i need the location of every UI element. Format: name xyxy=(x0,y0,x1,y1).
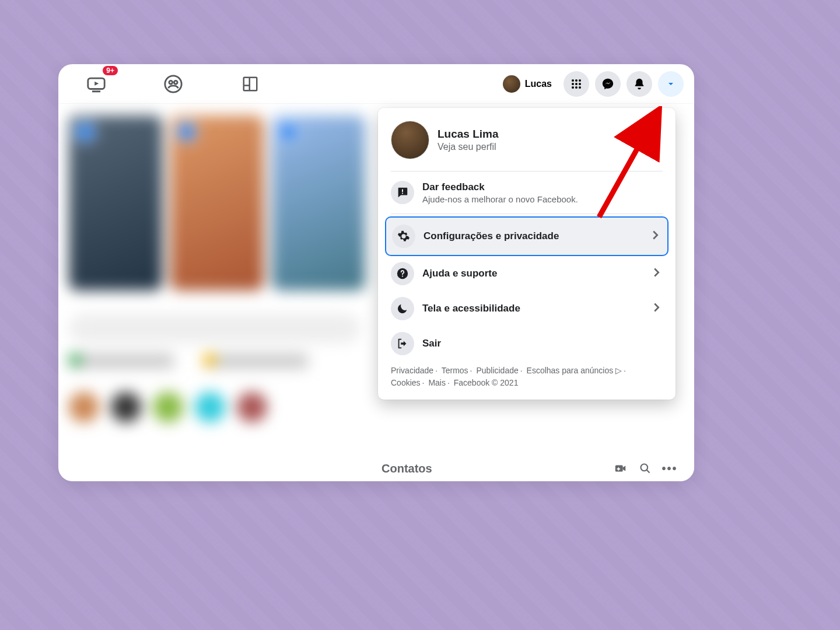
svg-point-3 xyxy=(165,75,181,92)
contacts-header: Contatos ••• xyxy=(376,456,694,481)
menu-button[interactable] xyxy=(564,71,589,97)
ellipsis-icon: ••• xyxy=(662,462,678,475)
watch-badge: 9+ xyxy=(103,66,118,75)
svg-point-9 xyxy=(579,79,581,82)
footer-cookies[interactable]: Cookies xyxy=(391,378,421,387)
nav-watch[interactable]: 9+ xyxy=(80,68,112,100)
dropdown-settings-privacy[interactable]: Configurações e privacidade xyxy=(386,218,667,255)
dropdown-profile-name: Lucas Lima xyxy=(438,128,499,141)
divider xyxy=(391,171,663,172)
svg-marker-1 xyxy=(94,81,99,85)
profile-chip-name: Lucas xyxy=(525,79,552,89)
footer-terms[interactable]: Termos xyxy=(442,366,468,375)
svg-point-14 xyxy=(575,86,578,89)
dropdown-footer: Privacidade· Termos· Publicidade· Escolh… xyxy=(383,361,671,395)
feedback-subtitle: Ajude-nos a melhorar o novo Facebook. xyxy=(422,194,663,204)
chevron-right-icon xyxy=(650,266,663,281)
svg-line-20 xyxy=(647,470,650,473)
search-contacts-button[interactable] xyxy=(638,461,652,475)
footer-ads[interactable]: Publicidade xyxy=(476,366,518,375)
avatar-large xyxy=(391,121,429,159)
menu-item-label: Sair xyxy=(422,338,663,349)
menu-item-label: Tela e acessibilidade xyxy=(422,303,642,314)
top-nav-bar: 9+ Lucas xyxy=(58,64,694,104)
grid-icon xyxy=(570,78,582,90)
svg-point-19 xyxy=(641,464,648,471)
top-nav-left: 9+ xyxy=(80,68,266,100)
feedback-title: Dar feedback xyxy=(422,181,663,193)
dropdown-profile-subtitle: Veja seu perfil xyxy=(438,142,499,152)
svg-point-12 xyxy=(579,83,581,85)
facebook-window: 9+ Lucas xyxy=(58,64,694,481)
avatar-small xyxy=(503,75,520,93)
dropdown-profile-link[interactable]: Lucas Lima Veja seu perfil xyxy=(383,115,671,167)
watch-icon xyxy=(86,74,106,94)
groups-icon xyxy=(163,74,183,94)
notifications-button[interactable] xyxy=(626,71,652,97)
svg-point-11 xyxy=(575,83,578,85)
contacts-options-button[interactable]: ••• xyxy=(663,461,677,475)
svg-point-13 xyxy=(572,86,574,89)
profile-chip[interactable]: Lucas xyxy=(501,73,558,95)
caret-down-icon xyxy=(666,79,676,89)
chevron-right-icon xyxy=(650,301,663,316)
account-dropdown-button[interactable] xyxy=(658,71,684,97)
footer-adchoices[interactable]: Escolhas para anúncios xyxy=(527,366,614,375)
nav-groups[interactable] xyxy=(158,68,189,100)
svg-point-4 xyxy=(169,80,173,84)
help-icon xyxy=(391,262,414,285)
account-dropdown: Lucas Lima Veja seu perfil Dar feedback … xyxy=(378,108,676,400)
top-nav-right: Lucas xyxy=(501,71,684,97)
feedback-icon xyxy=(391,181,414,204)
new-room-button[interactable] xyxy=(614,461,628,475)
dropdown-feedback[interactable]: Dar feedback Ajude-nos a melhorar o novo… xyxy=(383,175,671,210)
svg-rect-21 xyxy=(402,190,403,192)
bell-icon xyxy=(633,78,646,90)
svg-rect-22 xyxy=(402,192,403,194)
svg-point-15 xyxy=(579,86,581,89)
messenger-icon xyxy=(601,78,614,90)
adchoices-icon: ▷ xyxy=(615,366,622,375)
divider xyxy=(391,214,663,214)
gear-icon xyxy=(392,225,415,248)
logout-icon xyxy=(391,332,414,355)
messenger-button[interactable] xyxy=(595,71,621,97)
dropdown-help-support[interactable]: Ajuda e suporte xyxy=(383,256,671,291)
svg-rect-18 xyxy=(617,468,621,470)
svg-point-8 xyxy=(575,79,578,82)
menu-item-label: Ajuda e suporte xyxy=(422,268,642,279)
footer-more[interactable]: Mais xyxy=(428,378,446,387)
dropdown-display-accessibility[interactable]: Tela e acessibilidade xyxy=(383,291,671,326)
video-plus-icon xyxy=(614,462,627,475)
svg-point-5 xyxy=(174,80,177,84)
svg-point-10 xyxy=(572,83,574,85)
gaming-icon xyxy=(242,75,259,93)
chevron-right-icon xyxy=(649,229,662,244)
dropdown-logout[interactable]: Sair xyxy=(383,326,671,361)
nav-gaming[interactable] xyxy=(235,68,266,100)
search-icon xyxy=(639,463,651,474)
moon-icon xyxy=(391,297,414,320)
footer-copyright: Facebook © 2021 xyxy=(454,378,519,387)
menu-item-label: Configurações e privacidade xyxy=(424,230,640,242)
svg-point-7 xyxy=(572,79,574,82)
contacts-title: Contatos xyxy=(382,462,603,475)
svg-point-24 xyxy=(402,275,403,276)
footer-privacy[interactable]: Privacidade xyxy=(391,366,433,375)
